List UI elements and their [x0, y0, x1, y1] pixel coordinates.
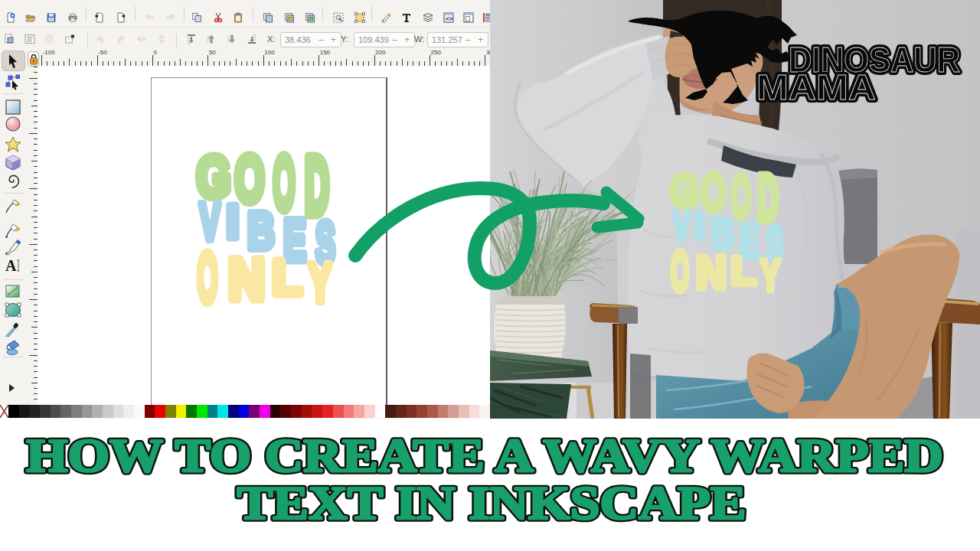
svg-text:MAMA: MAMA	[756, 67, 876, 107]
